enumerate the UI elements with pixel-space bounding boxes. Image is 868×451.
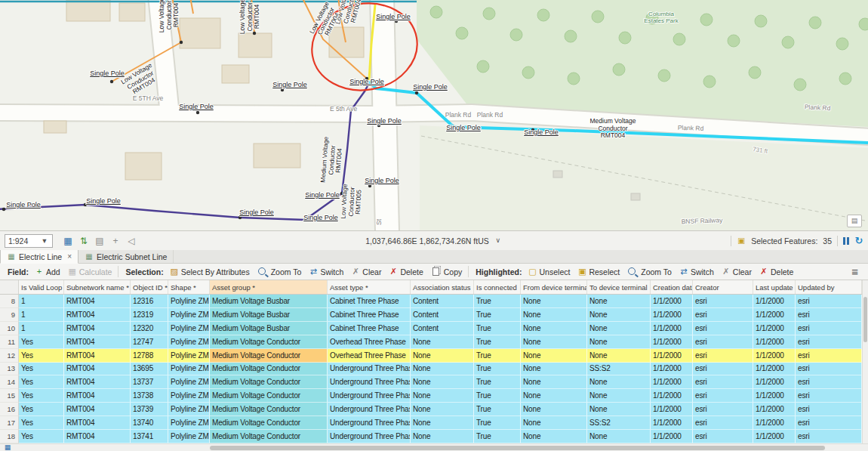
cell-subnetwork-name-[interactable]: RMT004 [64,363,131,376]
cell-to-device-terminal[interactable]: None [587,389,651,403]
cell-is-connected[interactable]: True [474,363,521,376]
row-number[interactable]: 10 [0,322,19,335]
cell-creator[interactable]: esri [693,335,753,349]
cell-shape-[interactable]: Polyline ZM [168,416,210,430]
row-number[interactable]: 11 [0,335,19,349]
cell-is-valid-loop[interactable]: Yes [19,403,64,416]
selection-copy-button[interactable]: Copy [427,264,466,280]
cell-shape-[interactable]: Polyline ZM [168,403,210,416]
pole-point[interactable] [452,125,455,128]
table-row[interactable]: 18YesRMT00413741Polyline ZMMedium Voltag… [0,430,868,443]
selection-switch-button[interactable]: ⇄Switch [305,264,347,280]
row-number[interactable]: 12 [0,349,19,363]
pole-point[interactable] [349,109,352,112]
cell-is-connected[interactable]: True [474,416,521,430]
cell-is-valid-loop[interactable]: 1 [19,308,64,322]
cell-asset-type-[interactable]: Cabinet Three Phase [328,308,411,322]
row-number[interactable]: 16 [0,403,19,416]
row-number[interactable]: 13 [0,363,19,376]
cell-is-valid-loop[interactable]: Yes [19,349,64,363]
column-header-last-update[interactable]: Last update [753,280,796,294]
cell-shape-[interactable]: Polyline ZM [168,430,210,443]
horizontal-scroll-thumb[interactable] [210,446,825,450]
cell-asset-type-[interactable]: Underground Three Phase [328,363,411,376]
pole-point[interactable] [196,111,199,114]
cell-last-update[interactable]: 1/1/2000 [753,430,796,443]
cell-association-status[interactable]: None [411,375,474,389]
row-number[interactable]: 15 [0,389,19,403]
cell-object-id-[interactable]: 13695 [131,363,168,376]
cell-association-status[interactable]: None [411,416,474,430]
cell-subnetwork-name-[interactable]: RMT004 [64,335,131,349]
cell-subnetwork-name-[interactable]: RMT004 [64,403,131,416]
column-header-creator[interactable]: Creator [693,280,753,294]
highlighted-switch-button[interactable]: ⇄Switch [676,264,718,280]
cell-is-valid-loop[interactable]: 1 [19,322,64,335]
map-note-icon[interactable]: ▤ [847,215,862,227]
attribute-table-icon[interactable]: ▦ [63,236,72,246]
tab-electric-line[interactable]: ▦ Electric Line × [0,249,78,264]
cell-asset-type-[interactable]: Cabinet Three Phase [328,295,411,308]
cell-to-device-terminal[interactable]: SS:S2 [587,416,651,430]
cell-shape-[interactable]: Polyline ZM [168,389,210,403]
cell-last-update[interactable]: 1/1/2000 [753,389,796,403]
cell-shape-[interactable]: Polyline ZM [168,322,210,335]
selection-select-by-attributes-button[interactable]: ▨Select By Attributes [166,264,254,280]
column-header-is-valid-loop[interactable]: Is Valid Loop [19,280,64,294]
cell-updated-by[interactable]: esri [796,416,862,430]
cell-to-device-terminal[interactable]: SS:S2 [587,363,651,376]
cell-object-id-[interactable]: 12788 [131,349,168,363]
cell-creation-date[interactable]: 1/1/2000 [651,416,693,430]
cell-is-valid-loop[interactable]: Yes [19,363,64,376]
cell-is-valid-loop[interactable]: 1 [19,295,64,308]
cell-association-status[interactable]: Content [411,322,474,335]
cell-to-device-terminal[interactable]: None [587,375,651,389]
cell-last-update[interactable]: 1/1/2000 [753,295,796,308]
cell-from-device-terminal[interactable]: None [521,403,587,416]
column-header-object-id-[interactable]: Object ID * [131,280,168,294]
cell-association-status[interactable]: None [411,430,474,443]
cell-creator[interactable]: esri [693,430,753,443]
highlighted-zoom-to-button[interactable]: Zoom To [623,264,676,280]
table-row[interactable]: 15YesRMT00413738Polyline ZMMedium Voltag… [0,389,868,403]
cell-object-id-[interactable]: 13738 [131,389,168,403]
cell-from-device-terminal[interactable]: None [521,349,587,363]
pole-point[interactable] [281,88,284,91]
cell-object-id-[interactable]: 12316 [131,295,168,308]
cell-asset-group-[interactable]: Medium Voltage Busbar [210,322,328,335]
cell-asset-type-[interactable]: Underground Three Phase [328,403,411,416]
row-number[interactable]: 9 [0,308,19,322]
cell-updated-by[interactable]: esri [796,308,862,322]
cell-is-connected[interactable]: True [474,389,521,403]
table-row[interactable]: 12YesRMT00412788Polyline ZMMedium Voltag… [0,349,868,363]
column-header-creation-date[interactable]: Creation date [651,280,693,294]
cell-creator[interactable]: esri [693,375,753,389]
cell-from-device-terminal[interactable]: None [521,416,587,430]
cell-association-status[interactable]: None [411,363,474,376]
cell-creation-date[interactable]: 1/1/2000 [651,389,693,403]
selection-delete-button[interactable]: ✗Delete [385,264,426,280]
cell-from-device-terminal[interactable]: None [521,375,587,389]
cell-subnetwork-name-[interactable]: RMT004 [64,389,131,403]
cell-is-connected[interactable]: True [474,308,521,322]
cell-asset-type-[interactable]: Overhead Three Phase [328,349,411,363]
chevron-down-icon[interactable]: ∨ [494,237,503,244]
cell-is-connected[interactable]: True [474,295,521,308]
table-row[interactable]: 14YesRMT00413737Polyline ZMMedium Voltag… [0,375,868,389]
pole-point[interactable] [180,41,183,44]
cell-asset-group-[interactable]: Medium Voltage Conductor [210,389,328,403]
cell-object-id-[interactable]: 12319 [131,308,168,322]
cell-subnetwork-name-[interactable]: RMT004 [64,349,131,363]
cell-subnetwork-name-[interactable]: RMT004 [64,322,131,335]
cell-is-connected[interactable]: True [474,430,521,443]
cell-association-status[interactable]: None [411,389,474,403]
cell-is-connected[interactable]: True [474,403,521,416]
cell-object-id-[interactable]: 12320 [131,322,168,335]
cell-last-update[interactable]: 1/1/2000 [753,416,796,430]
cell-creator[interactable]: esri [693,416,753,430]
pole-point[interactable] [531,128,534,131]
grid-icon[interactable]: ▤ [95,236,104,246]
cell-from-device-terminal[interactable]: None [521,363,587,376]
cell-subnetwork-name-[interactable]: RMT004 [64,308,131,322]
cell-asset-type-[interactable]: Cabinet Three Phase [328,322,411,335]
